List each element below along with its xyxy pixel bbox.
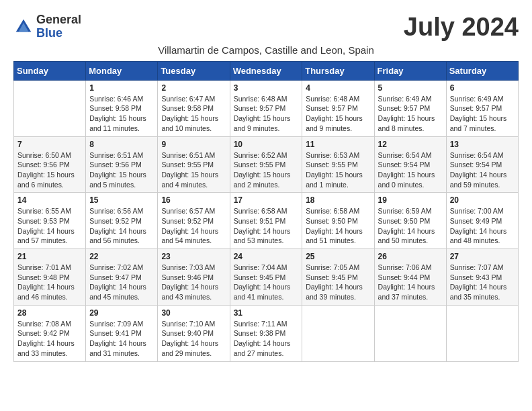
calendar-cell: 1 Sunrise: 6:46 AM Sunset: 9:58 PM Dayli…	[86, 80, 158, 136]
day-info: Sunrise: 6:51 AM Sunset: 9:56 PM Dayligh…	[89, 150, 154, 190]
day-number: 24	[234, 252, 299, 261]
day-number: 2	[161, 83, 226, 93]
day-number: 6	[450, 83, 515, 93]
page-header: General Blue July 2024	[13, 13, 519, 42]
calendar-cell	[302, 305, 374, 361]
day-number: 14	[17, 195, 82, 205]
day-number: 8	[89, 140, 154, 149]
day-info: Sunrise: 6:49 AM Sunset: 9:57 PM Dayligh…	[378, 94, 443, 134]
day-info: Sunrise: 6:52 AM Sunset: 9:55 PM Dayligh…	[234, 150, 299, 190]
day-number: 26	[378, 252, 443, 261]
calendar-cell: 11 Sunrise: 6:53 AM Sunset: 9:55 PM Dayl…	[302, 136, 374, 193]
calendar-header-monday: Monday	[86, 61, 158, 80]
day-number: 7	[17, 140, 82, 149]
day-info: Sunrise: 6:47 AM Sunset: 9:58 PM Dayligh…	[161, 94, 226, 134]
day-number: 13	[450, 140, 515, 149]
calendar-cell	[14, 80, 86, 136]
day-info: Sunrise: 6:50 AM Sunset: 9:56 PM Dayligh…	[17, 150, 82, 190]
day-info: Sunrise: 7:09 AM Sunset: 9:41 PM Dayligh…	[89, 319, 154, 359]
calendar-cell: 9 Sunrise: 6:51 AM Sunset: 9:55 PM Dayli…	[158, 136, 230, 193]
day-number: 10	[234, 140, 299, 149]
day-number: 28	[17, 308, 82, 318]
calendar-table: SundayMondayTuesdayWednesdayThursdayFrid…	[13, 61, 519, 362]
calendar-header-tuesday: Tuesday	[158, 61, 230, 80]
calendar-cell: 5 Sunrise: 6:49 AM Sunset: 9:57 PM Dayli…	[374, 80, 446, 136]
day-info: Sunrise: 7:00 AM Sunset: 9:49 PM Dayligh…	[450, 206, 515, 246]
day-info: Sunrise: 7:01 AM Sunset: 9:48 PM Dayligh…	[17, 263, 82, 302]
calendar-cell	[446, 305, 518, 361]
day-number: 31	[234, 308, 299, 318]
title-block: July 2024	[404, 13, 519, 42]
day-number: 15	[89, 195, 154, 205]
calendar-cell: 18 Sunrise: 6:58 AM Sunset: 9:50 PM Dayl…	[302, 193, 374, 249]
day-number: 9	[161, 140, 226, 149]
calendar-cell: 22 Sunrise: 7:02 AM Sunset: 9:47 PM Dayl…	[86, 249, 158, 306]
calendar-cell: 2 Sunrise: 6:47 AM Sunset: 9:58 PM Dayli…	[158, 80, 230, 136]
day-info: Sunrise: 7:08 AM Sunset: 9:42 PM Dayligh…	[17, 319, 82, 359]
calendar-cell: 12 Sunrise: 6:54 AM Sunset: 9:54 PM Dayl…	[374, 136, 446, 193]
logo-icon	[13, 17, 34, 37]
calendar-cell: 10 Sunrise: 6:52 AM Sunset: 9:55 PM Dayl…	[230, 136, 302, 193]
calendar-cell: 19 Sunrise: 6:59 AM Sunset: 9:50 PM Dayl…	[374, 193, 446, 249]
day-number: 20	[450, 195, 515, 205]
day-info: Sunrise: 7:02 AM Sunset: 9:47 PM Dayligh…	[89, 263, 154, 302]
day-info: Sunrise: 7:04 AM Sunset: 9:45 PM Dayligh…	[234, 263, 299, 302]
day-number: 17	[234, 195, 299, 205]
calendar-header-friday: Friday	[374, 61, 446, 80]
day-info: Sunrise: 6:57 AM Sunset: 9:52 PM Dayligh…	[161, 206, 226, 246]
day-number: 21	[17, 252, 82, 261]
calendar-week-3: 14 Sunrise: 6:55 AM Sunset: 9:53 PM Dayl…	[14, 193, 519, 249]
day-info: Sunrise: 7:10 AM Sunset: 9:40 PM Dayligh…	[161, 319, 226, 359]
calendar-cell: 7 Sunrise: 6:50 AM Sunset: 9:56 PM Dayli…	[14, 136, 86, 193]
calendar-header-saturday: Saturday	[446, 61, 518, 80]
day-info: Sunrise: 7:06 AM Sunset: 9:44 PM Dayligh…	[378, 263, 443, 302]
location-subtitle: Villamartin de Campos, Castille and Leon…	[13, 44, 519, 56]
calendar-cell: 14 Sunrise: 6:55 AM Sunset: 9:53 PM Dayl…	[14, 193, 86, 249]
calendar-cell: 29 Sunrise: 7:09 AM Sunset: 9:41 PM Dayl…	[86, 305, 158, 361]
calendar-header-wednesday: Wednesday	[230, 61, 302, 80]
day-info: Sunrise: 6:55 AM Sunset: 9:53 PM Dayligh…	[17, 206, 82, 246]
calendar-cell: 17 Sunrise: 6:58 AM Sunset: 9:51 PM Dayl…	[230, 193, 302, 249]
day-number: 30	[161, 308, 226, 318]
day-info: Sunrise: 7:07 AM Sunset: 9:43 PM Dayligh…	[450, 263, 515, 302]
day-number: 23	[161, 252, 226, 261]
day-number: 3	[234, 83, 299, 93]
logo-blue: Blue	[36, 27, 81, 40]
calendar-cell: 3 Sunrise: 6:48 AM Sunset: 9:57 PM Dayli…	[230, 80, 302, 136]
logo-text: General Blue	[36, 13, 81, 40]
calendar-cell: 25 Sunrise: 7:05 AM Sunset: 9:45 PM Dayl…	[302, 249, 374, 306]
day-info: Sunrise: 6:59 AM Sunset: 9:50 PM Dayligh…	[378, 206, 443, 246]
day-info: Sunrise: 6:51 AM Sunset: 9:55 PM Dayligh…	[161, 150, 226, 190]
calendar-week-2: 7 Sunrise: 6:50 AM Sunset: 9:56 PM Dayli…	[14, 136, 519, 193]
day-info: Sunrise: 6:49 AM Sunset: 9:57 PM Dayligh…	[450, 94, 515, 134]
day-info: Sunrise: 7:03 AM Sunset: 9:46 PM Dayligh…	[161, 263, 226, 302]
day-number: 18	[306, 195, 370, 205]
day-number: 19	[378, 195, 443, 205]
calendar-week-4: 21 Sunrise: 7:01 AM Sunset: 9:48 PM Dayl…	[14, 249, 519, 306]
day-number: 11	[306, 140, 370, 149]
day-info: Sunrise: 6:56 AM Sunset: 9:52 PM Dayligh…	[89, 206, 154, 246]
day-info: Sunrise: 6:54 AM Sunset: 9:54 PM Dayligh…	[450, 150, 515, 190]
calendar-cell: 30 Sunrise: 7:10 AM Sunset: 9:40 PM Dayl…	[158, 305, 230, 361]
day-number: 29	[89, 308, 154, 318]
month-year-title: July 2024	[404, 13, 519, 42]
calendar-cell: 6 Sunrise: 6:49 AM Sunset: 9:57 PM Dayli…	[446, 80, 518, 136]
calendar-cell: 28 Sunrise: 7:08 AM Sunset: 9:42 PM Dayl…	[14, 305, 86, 361]
calendar-cell: 13 Sunrise: 6:54 AM Sunset: 9:54 PM Dayl…	[446, 136, 518, 193]
day-number: 5	[378, 83, 443, 93]
calendar-cell: 23 Sunrise: 7:03 AM Sunset: 9:46 PM Dayl…	[158, 249, 230, 306]
logo-general: General	[36, 13, 81, 27]
calendar-cell: 31 Sunrise: 7:11 AM Sunset: 9:38 PM Dayl…	[230, 305, 302, 361]
day-number: 25	[306, 252, 370, 261]
calendar-cell: 26 Sunrise: 7:06 AM Sunset: 9:44 PM Dayl…	[374, 249, 446, 306]
day-number: 16	[161, 195, 226, 205]
calendar-cell: 21 Sunrise: 7:01 AM Sunset: 9:48 PM Dayl…	[14, 249, 86, 306]
calendar-cell: 4 Sunrise: 6:48 AM Sunset: 9:57 PM Dayli…	[302, 80, 374, 136]
day-info: Sunrise: 6:48 AM Sunset: 9:57 PM Dayligh…	[306, 94, 370, 134]
day-number: 4	[306, 83, 370, 93]
day-info: Sunrise: 6:48 AM Sunset: 9:57 PM Dayligh…	[234, 94, 299, 134]
calendar-cell: 15 Sunrise: 6:56 AM Sunset: 9:52 PM Dayl…	[86, 193, 158, 249]
logo: General Blue	[13, 13, 81, 40]
day-info: Sunrise: 6:58 AM Sunset: 9:50 PM Dayligh…	[306, 206, 370, 246]
day-info: Sunrise: 7:05 AM Sunset: 9:45 PM Dayligh…	[306, 263, 370, 302]
